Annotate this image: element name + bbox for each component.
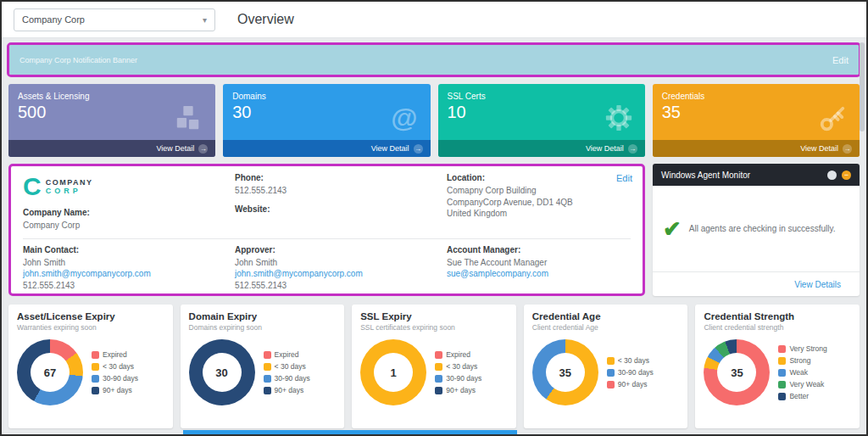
- arrow-right-icon: →: [628, 144, 637, 154]
- legend-label: 30-90 days: [446, 374, 481, 383]
- minimize-icon[interactable]: −: [842, 170, 851, 180]
- company-logo: C COMPANY CORP: [23, 173, 235, 200]
- company-info-panel: Edit C COMPANY CORP Company Name: Compan…: [11, 166, 643, 293]
- stat-card-label: Domains: [223, 84, 430, 101]
- legend-label: < 30 days: [618, 356, 649, 365]
- legend-swatch: [435, 387, 442, 394]
- donut-center-value: 67: [31, 353, 70, 392]
- company-phone-column: Phone: 512.555.2143 Website:: [235, 173, 447, 232]
- view-detail-button[interactable]: View Detail →: [653, 140, 860, 157]
- chart-title: Domain Expiry: [189, 311, 337, 321]
- chart-card-credential-strength: Credential StrengthClient credential str…: [695, 305, 860, 428]
- stat-card-credentials[interactable]: Credentials 35 View Detail →: [653, 84, 860, 157]
- stat-card-label: Credentials: [653, 84, 860, 101]
- legend-label: Very Weak: [789, 380, 824, 388]
- donut-center-value: 1: [374, 353, 413, 392]
- legend-label: < 30 days: [275, 362, 306, 371]
- legend-swatch: [264, 375, 271, 383]
- panel-divider: [23, 238, 631, 239]
- view-detail-button[interactable]: View Detail →: [8, 140, 215, 157]
- legend-label: 30-90 days: [618, 368, 654, 377]
- view-detail-label: View Detail: [156, 144, 194, 153]
- phone-label: Phone:: [235, 173, 447, 182]
- donut-chart: 35: [704, 339, 770, 405]
- account-manager-email-link[interactable]: sue@samplecompany.com: [447, 268, 631, 280]
- legend-swatch: [778, 393, 786, 400]
- logo-line-2: CORP: [46, 187, 93, 195]
- donut-center-value: 30: [203, 353, 242, 392]
- legend-label: < 30 days: [103, 362, 134, 371]
- legend-swatch: [778, 357, 786, 365]
- legend-swatch: [607, 369, 615, 377]
- stat-card-label: Assets & Licensing: [8, 84, 215, 101]
- company-name-label: Company Name:: [23, 208, 235, 217]
- location-line: Comapny Corp Building: [447, 185, 631, 197]
- approver-label: Approver:: [235, 245, 447, 254]
- company-info-highlight: Edit C COMPANY CORP Company Name: Compan…: [8, 164, 645, 296]
- stat-card-label: SSL Certs: [438, 84, 645, 101]
- company-edit-link[interactable]: Edit: [616, 173, 632, 183]
- view-detail-label: View Detail: [371, 144, 409, 153]
- approver-email-link[interactable]: john.smith@mycompanycorp.com: [235, 268, 447, 280]
- view-detail-button[interactable]: View Detail →: [438, 140, 645, 157]
- legend-label: 90+ days: [618, 380, 648, 388]
- donut-center-value: 35: [717, 353, 756, 392]
- view-detail-button[interactable]: View Detail →: [223, 140, 430, 157]
- website-label: Website:: [235, 204, 447, 214]
- view-detail-label: View Detail: [586, 144, 624, 153]
- main-row: Edit C COMPANY CORP Company Name: Compan…: [8, 164, 860, 296]
- chart-subtitle: Client credential strength: [704, 323, 851, 332]
- chart-subtitle: Warranties expiring soon: [17, 323, 164, 332]
- legend-item: < 30 days: [607, 356, 654, 365]
- legend-item: Expired: [264, 350, 310, 359]
- banner-edit-link[interactable]: Edit: [832, 55, 849, 65]
- check-icon: ✔: [663, 218, 682, 240]
- windows-agent-monitor-panel: Windows Agent Monitor − ✔ All agents are…: [653, 164, 860, 296]
- chart-legend: Very StrongStrongWeakVery WeakBetter: [778, 344, 826, 400]
- logo-line-1: COMPANY: [46, 178, 93, 187]
- notification-banner-highlight: Company Corp Notification Banner Edit: [7, 42, 861, 77]
- legend-item: < 30 days: [92, 362, 138, 371]
- view-details-link[interactable]: View Details: [794, 280, 841, 289]
- legend-item: Very Strong: [778, 344, 826, 353]
- location-label: Location:: [447, 173, 631, 182]
- legend-swatch: [92, 375, 99, 383]
- legend-label: 30-90 days: [103, 374, 138, 383]
- legend-swatch: [778, 369, 786, 377]
- legend-swatch: [92, 387, 99, 394]
- status-indicator-icon[interactable]: [827, 170, 837, 180]
- dashboard-page: Company Corp ▾ Overview Company Corp Not…: [0, 0, 868, 436]
- stat-card-ssl-certs[interactable]: SSL Certs 10: [438, 84, 645, 157]
- key-icon: [818, 104, 847, 137]
- stat-card-assets-licensing[interactable]: Assets & Licensing 500 View Detail →: [8, 84, 215, 157]
- approver-phone: 512.555.2143: [235, 280, 447, 292]
- legend-label: Weak: [789, 368, 808, 377]
- notification-banner: Company Corp Notification Banner Edit: [9, 45, 859, 75]
- legend-swatch: [607, 357, 615, 365]
- legend-label: 30-90 days: [275, 374, 310, 383]
- legend-item: < 30 days: [264, 362, 310, 371]
- location-line: CompanyCorp Avenue, DD1 4QB: [447, 197, 631, 209]
- legend-swatch: [435, 351, 442, 359]
- arrow-right-icon: →: [414, 144, 423, 154]
- stat-card-domains[interactable]: Domains 30 @ View Detail →: [223, 84, 430, 157]
- cubes-icon: [174, 104, 203, 137]
- logo-c-mark: C: [23, 174, 42, 199]
- legend-item: 30-90 days: [607, 368, 654, 377]
- legend-item: 90+ days: [92, 386, 138, 394]
- legend-label: 90+ days: [275, 386, 304, 394]
- legend-item: 90+ days: [435, 386, 481, 394]
- chart-card-domain-expiry: Domain ExpiryDomains expiring soon30Expi…: [181, 305, 345, 428]
- company-selector-dropdown[interactable]: Company Corp ▾: [14, 8, 215, 31]
- scrollbar-thumb[interactable]: [860, 42, 865, 131]
- chart-subtitle: SSL certificates expiring soon: [360, 323, 508, 332]
- legend-item: Expired: [435, 350, 481, 359]
- main-contact-email-link[interactable]: john.smith@mycompanycorp.com: [23, 268, 235, 280]
- view-detail-label: View Detail: [800, 144, 838, 153]
- legend-swatch: [92, 363, 99, 371]
- stat-cards-row: Assets & Licensing 500 View Detail → Dom…: [8, 84, 860, 157]
- chart-card-ssl-expiry: SSL ExpirySSL certificates expiring soon…: [352, 305, 516, 428]
- legend-item: 90+ days: [607, 380, 654, 388]
- main-contact-name: John Smith: [23, 257, 235, 269]
- legend-item: Expired: [92, 350, 138, 359]
